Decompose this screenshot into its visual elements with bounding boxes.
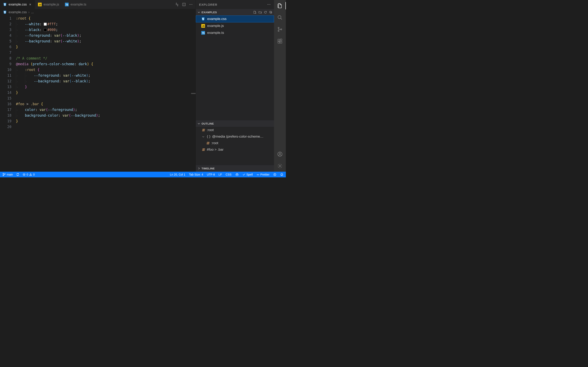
svg-rect-37 (236, 174, 238, 175)
minimap-viewport[interactable] (191, 93, 196, 94)
svg-point-13 (270, 4, 270, 5)
svg-text:TS: TS (66, 4, 68, 6)
svg-point-11 (268, 4, 268, 5)
svg-point-41 (274, 174, 275, 174)
svg-text:TS: TS (202, 32, 205, 34)
explorer-activity-icon[interactable] (274, 2, 286, 9)
breadcrumb-more: ... (31, 10, 34, 14)
css-rule-icon (202, 148, 205, 151)
breadcrumb[interactable]: example.css › ... (0, 9, 196, 16)
css-file-icon (3, 10, 7, 14)
accounts-activity-icon[interactable] (276, 150, 284, 158)
new-file-icon[interactable] (253, 11, 256, 14)
cursor-position-status[interactable]: Ln 20, Col 1 (170, 173, 185, 176)
explorer-section-header[interactable]: EXAMPLES (196, 9, 274, 16)
explorer-title: EXPLORER (199, 3, 217, 6)
line-number-gutter: 1234567891011121314151617181920 (0, 16, 16, 172)
activity-bar (274, 0, 286, 172)
source-control-activity-icon[interactable] (276, 26, 284, 33)
css-file-icon (3, 2, 7, 7)
collapse-all-icon[interactable] (269, 11, 272, 14)
sidebar: EXPLORER EXAMPLES example.cssJSexample.j… (196, 0, 274, 172)
explorer-section-label: EXAMPLES (201, 11, 217, 14)
settings-activity-icon[interactable] (276, 162, 284, 170)
code-content[interactable]: :root {--white: #fff;--black: #000;--for… (16, 16, 196, 172)
ts-file-icon: TS (65, 2, 69, 7)
tab-size-status[interactable]: Tab Size: 4 (189, 173, 203, 176)
outline-item[interactable]: #foo > .bar (196, 146, 274, 153)
svg-point-19 (278, 16, 281, 18)
feedback-icon[interactable] (273, 173, 277, 176)
spell-check-status[interactable]: Spell (242, 173, 253, 176)
tab-bar: example.cssJSexample.jsTSexample.ts (0, 0, 196, 9)
warning-count: 0 (33, 173, 35, 176)
timeline-section-header[interactable]: TIMELINE (196, 165, 274, 172)
tab-example-ts[interactable]: TSexample.ts (62, 0, 89, 9)
svg-point-31 (3, 173, 4, 174)
svg-point-8 (190, 4, 190, 5)
svg-point-12 (269, 4, 269, 5)
svg-rect-26 (280, 42, 282, 43)
svg-point-30 (279, 165, 281, 167)
explorer-more-icon[interactable] (267, 3, 271, 6)
svg-point-23 (281, 29, 282, 30)
css-rule-icon (207, 142, 210, 145)
chevron-down-icon (202, 135, 205, 138)
timeline-title: TIMELINE (201, 167, 215, 170)
problems-status[interactable]: 0 0 (23, 173, 35, 176)
svg-rect-25 (278, 42, 280, 43)
tab-example-css[interactable]: example.css (0, 0, 35, 9)
editor-body[interactable]: 1234567891011121314151617181920 :root {-… (0, 16, 196, 172)
svg-point-21 (278, 27, 279, 28)
css-file-icon (201, 17, 205, 21)
error-count: 0 (26, 173, 28, 176)
file-item-example-ts[interactable]: TSexample.ts (196, 29, 274, 36)
outline-item[interactable]: :root (196, 127, 274, 133)
copilot-status-icon[interactable] (235, 173, 239, 176)
git-branch-status[interactable]: main (2, 173, 13, 176)
compare-changes-icon[interactable] (175, 3, 179, 6)
more-actions-icon[interactable] (189, 3, 193, 6)
new-folder-icon[interactable] (259, 11, 262, 14)
svg-point-4 (176, 3, 177, 3)
svg-point-39 (237, 175, 238, 175)
notifications-icon[interactable] (280, 173, 283, 176)
outline-section-header[interactable]: OUTLINE (196, 120, 274, 127)
encoding-status[interactable]: UTF-8 (207, 173, 215, 176)
ts-file-icon: TS (201, 31, 205, 35)
file-item-example-js[interactable]: JSexample.js (196, 22, 274, 29)
branch-name: main (7, 173, 13, 176)
outline-item[interactable]: { }@media (prefers-color-scheme… (196, 133, 274, 140)
svg-point-22 (278, 30, 279, 31)
outline-item[interactable]: :root (196, 140, 274, 146)
extensions-activity-icon[interactable] (276, 38, 284, 45)
explorer-header: EXPLORER (196, 0, 274, 9)
prettier-status[interactable]: Prettier (256, 173, 269, 176)
split-editor-icon[interactable] (182, 3, 186, 6)
svg-point-9 (191, 4, 191, 5)
outline-title: OUTLINE (201, 122, 214, 125)
language-status[interactable]: CSS (226, 173, 232, 176)
eol-status[interactable]: LF (219, 173, 222, 176)
braces-icon: { } (207, 134, 210, 139)
file-item-example-css[interactable]: example.css (196, 16, 274, 22)
search-activity-icon[interactable] (276, 14, 284, 21)
svg-text:JS: JS (202, 25, 205, 27)
refresh-icon[interactable] (264, 11, 267, 14)
svg-line-20 (281, 18, 282, 20)
sync-status[interactable] (16, 173, 19, 176)
breadcrumb-file: example.css (9, 10, 27, 14)
close-tab-icon[interactable] (28, 3, 32, 6)
chevron-down-icon (198, 122, 200, 125)
js-file-icon: JS (201, 24, 205, 28)
chevron-right-icon (198, 167, 200, 170)
chevron-down-icon (198, 11, 200, 14)
css-rule-icon (202, 128, 205, 132)
svg-point-33 (4, 174, 5, 174)
js-file-icon: JS (38, 2, 42, 7)
svg-text:JS: JS (39, 4, 41, 6)
svg-point-32 (3, 175, 4, 176)
svg-point-5 (177, 6, 178, 6)
tab-example-js[interactable]: JSexample.js (35, 0, 62, 9)
svg-point-10 (192, 4, 192, 5)
